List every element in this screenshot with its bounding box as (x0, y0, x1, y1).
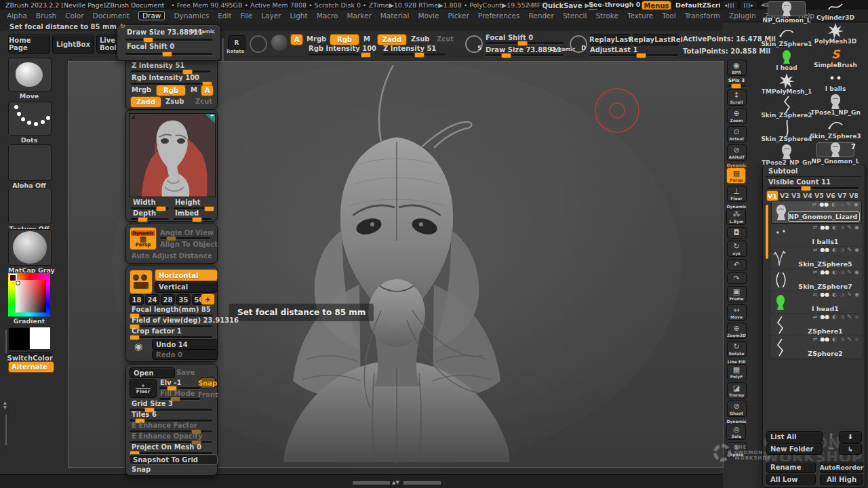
shelf-item-box[interactable]: ↷ (727, 272, 747, 284)
menu-item[interactable]: Zplugin (729, 12, 756, 20)
all-high-button[interactable]: All High (820, 474, 863, 485)
undo-button[interactable]: Undo 14 (152, 339, 218, 350)
shelf-item[interactable]: Dynamic ◎ Solo (726, 419, 746, 440)
shelf-item[interactable]: ▣ Frame (727, 286, 747, 302)
focal-preset-button[interactable]: 24 (145, 294, 159, 305)
subtool-row[interactable]: ⇄●●◐◑✎◉ ZSphere1 (771, 314, 862, 336)
subtool-row-icons[interactable]: ⇄●●◐◑✎◉ (813, 224, 859, 230)
mrgb-button[interactable]: Mrgb (307, 35, 326, 43)
move-down-icon[interactable]: ⬇ (839, 431, 862, 443)
focal-preset-button[interactable]: 35 (176, 294, 191, 305)
hue-ring[interactable] (8, 273, 50, 317)
list-all-button[interactable]: List All (766, 431, 823, 443)
move-up-icon[interactable]: ⬆ (828, 432, 834, 441)
shelf-item[interactable]: ⊕ Zoom3D (727, 323, 747, 339)
popup-scrollbar[interactable] (222, 38, 224, 61)
tool-item[interactable]: 7 NP_Gnomon_L (813, 142, 858, 165)
tool-item[interactable]: PolyMesh3D (813, 24, 858, 45)
subtool-row-icons[interactable]: ⇄●●◐◑✎◉ (813, 291, 859, 298)
shelf-item[interactable]: Dynamic ▦ Persp (726, 163, 746, 184)
shelf-item-box[interactable]: ↻ Rotate (727, 341, 747, 357)
menu-item[interactable]: Material (380, 12, 410, 20)
focal-shift-slider[interactable] (486, 42, 564, 44)
crop-factor-slider[interactable] (130, 336, 212, 338)
tool-item[interactable]: TPose1_NP_Gn (813, 95, 858, 116)
main-color-swatch[interactable] (8, 327, 30, 350)
floor-icon[interactable]: + Floor (130, 379, 157, 398)
sidebar-texture[interactable]: Texture Off (8, 188, 50, 232)
shelf-item-box[interactable]: ↔ Move (727, 304, 747, 321)
shelf-item[interactable]: ↶ (727, 259, 747, 270)
spix-slider[interactable]: SPix 3 (726, 78, 747, 87)
pick-focal-icon[interactable]: + (201, 293, 215, 305)
material-sphere-icon[interactable] (271, 35, 288, 51)
camera-icon[interactable] (130, 270, 153, 294)
sidebar-stroke-dots[interactable]: Dots (8, 102, 50, 144)
save-button[interactable]: Save (176, 369, 195, 376)
sidebar-scrollbar2[interactable] (5, 415, 7, 445)
shelf-item-box[interactable]: ⁂ L.Sym (726, 209, 746, 225)
alternate-button[interactable]: Alternate (8, 361, 54, 373)
panel-rgb-button[interactable]: Rgb (156, 85, 186, 96)
shelf-item-box[interactable]: ◎ Solo (726, 424, 746, 440)
shelf-item[interactable]: ⊕ Zoom (727, 108, 747, 124)
menu-item[interactable]: Tool (662, 12, 675, 20)
move-out-icon[interactable]: ↳ (839, 443, 862, 455)
shelf-item[interactable]: ⊘ AAHalf (727, 144, 747, 161)
auto-adjust-distance-button[interactable]: Auto Adjust Distance (132, 252, 212, 260)
menu-item[interactable]: Stencil (563, 12, 587, 20)
subtool-row[interactable]: ⇄●●◐◑✎◉ I balls1 (771, 224, 862, 246)
refresh-icon[interactable]: ↻ (120, 22, 125, 29)
front-button[interactable]: Front (198, 391, 218, 399)
visibility-tab[interactable]: V2 (779, 190, 790, 200)
shelf-item[interactable]: Dynamic ⁂ L.Sym (726, 204, 746, 225)
persp-icon[interactable]: Dynamic ▦ Persp (130, 227, 157, 250)
rename-button[interactable]: Rename (766, 462, 816, 473)
secondary-color-swatch[interactable] (30, 327, 50, 349)
draw-size-slider[interactable] (486, 54, 564, 56)
rgb-intensity-slider[interactable] (309, 54, 371, 56)
subtool-row-icons[interactable]: ⇄●●◐◑✎◉ (813, 314, 859, 320)
shelf-item[interactable]: ↕ Scroll (727, 89, 747, 106)
shelf-item-box[interactable]: ⊥ Floor (727, 186, 747, 202)
shelf-item-box[interactable]: ↶ (727, 259, 747, 270)
visible-count-slider[interactable] (768, 187, 859, 189)
scrub-left-icon[interactable]: ◂||| (720, 1, 739, 10)
shelf-item-box[interactable]: ▣ Frame (727, 286, 747, 302)
visibility-tab[interactable]: V6 (825, 190, 836, 200)
subtool-header[interactable]: Subtool (768, 167, 797, 175)
tool-item[interactable]: TPose2_NP_Gn (764, 145, 809, 166)
menu-item[interactable]: Movie (418, 12, 439, 20)
shelf-item[interactable]: ⊥ Floor (727, 186, 747, 202)
sidebar-scroll-arrows-icon[interactable]: ▲▼ (3, 400, 7, 409)
elv-slider[interactable] (159, 387, 200, 389)
subtool-row[interactable]: ⇄●●◐◑✎◉ I head1 (771, 291, 862, 313)
tool-item[interactable]: TMPolyMesh_1 (764, 74, 809, 95)
m-button[interactable]: M (363, 35, 370, 43)
menu-item[interactable]: Document (93, 12, 130, 20)
menu-item[interactable]: Texture (627, 12, 653, 20)
panel-a-button[interactable]: A (201, 85, 214, 96)
tool-item[interactable]: I head (764, 50, 809, 71)
shelf-item[interactable]: ↻ xyz (727, 241, 747, 257)
shelf-item-box[interactable]: ↕ Scroll (727, 89, 747, 106)
shelf-item-box[interactable]: ⊕ Zoom (727, 108, 747, 124)
menu-item[interactable]: Light (290, 12, 307, 20)
menu-item[interactable]: Stroke (595, 12, 618, 20)
sidebar-alpha[interactable]: Alpha Off (8, 144, 50, 189)
subtool-row[interactable]: ⇄●●◐◑✎◉ Skin_ZSphere5 (771, 247, 862, 268)
visibility-tab[interactable]: V7 (837, 190, 848, 200)
shelf-item-box[interactable]: ⊘ AAHalf (727, 144, 747, 161)
all-low-button[interactable]: All Low (766, 474, 816, 485)
menu-item[interactable]: Dynamics (174, 12, 209, 20)
menu-item[interactable]: Edit (218, 12, 231, 20)
shelf-item-box[interactable]: ⊕ Zoom3D (727, 323, 747, 339)
quicksave-button[interactable]: QuickSave (540, 1, 585, 10)
shelf-item[interactable]: ↻ Rotate (727, 341, 747, 357)
shelf-item-box[interactable]: ◪ Transp (727, 382, 747, 399)
snapshot-to-grid-button[interactable]: Snapshot To Grid (129, 454, 218, 465)
tool-item[interactable]: Skin_ZSphere1 (764, 26, 809, 47)
shelf-item-box[interactable]: ⊘ Ghost (727, 401, 747, 417)
sidebar-color-picker[interactable]: Gradient (8, 273, 50, 325)
horizontal-button[interactable]: Horizontal (155, 269, 218, 281)
